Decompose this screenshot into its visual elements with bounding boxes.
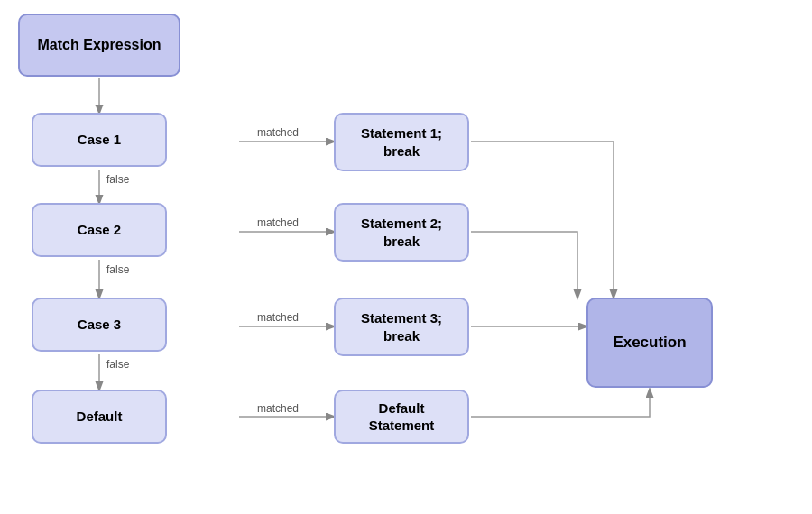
matched-label-1: matched [257, 126, 299, 139]
false-label-2: false [106, 263, 129, 276]
matched-label-2: matched [257, 216, 299, 229]
stmt3-node: Statement 3;break [334, 298, 469, 356]
diagram: Match Expression Case 1 Case 2 Case 3 De… [0, 0, 812, 514]
match-expression-label: Match Expression [38, 36, 161, 55]
execution-label: Execution [613, 333, 686, 353]
stmt1-node: Statement 1;break [334, 113, 469, 171]
case1-node: Case 1 [32, 113, 167, 167]
false-label-1: false [106, 173, 129, 186]
stmt2-node: Statement 2;break [334, 203, 469, 262]
case3-label: Case 3 [78, 316, 121, 334]
default-stmt-label: DefaultStatement [369, 399, 435, 435]
match-expression-node: Match Expression [18, 14, 180, 77]
stmt2-label: Statement 2;break [361, 215, 442, 250]
false-label-3: false [106, 358, 129, 371]
default-stmt-node: DefaultStatement [334, 390, 469, 444]
stmt1-label: Statement 1;break [361, 124, 442, 160]
execution-node: Execution [586, 298, 713, 388]
default-label: Default [77, 408, 123, 426]
case2-label: Case 2 [78, 221, 121, 239]
case2-node: Case 2 [32, 203, 167, 257]
case1-label: Case 1 [78, 131, 121, 149]
matched-label-4: matched [257, 402, 299, 415]
case3-node: Case 3 [32, 298, 167, 352]
matched-label-3: matched [257, 311, 299, 324]
stmt3-label: Statement 3;break [361, 309, 442, 344]
default-node: Default [32, 390, 167, 444]
